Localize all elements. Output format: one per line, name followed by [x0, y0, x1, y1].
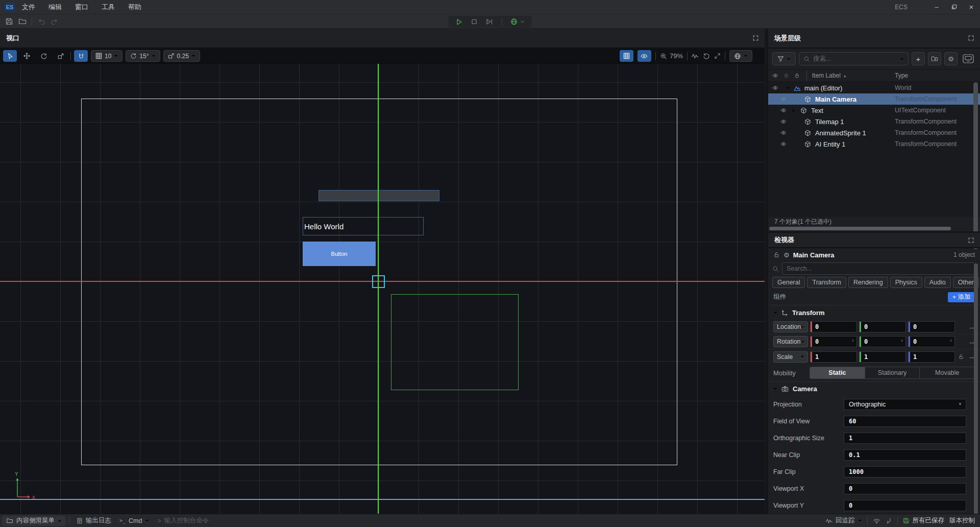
rotation-y-field[interactable]: 0° — [859, 336, 906, 347]
add-folder-button[interactable] — [928, 52, 941, 65]
eye-icon[interactable] — [780, 118, 787, 125]
eye-icon[interactable] — [780, 130, 787, 136]
hierarchy-row-main-camera[interactable]: Main Camera TransformComponent — [768, 93, 980, 105]
transform-section-header[interactable]: Transform — [768, 305, 980, 320]
orthographic-size-field[interactable]: 1 — [844, 433, 966, 444]
viewport-x-field[interactable]: 0 — [844, 483, 966, 494]
tab-physics[interactable]: Physics — [890, 277, 922, 288]
location-dropdown[interactable]: Location — [773, 321, 808, 332]
selection-handle-rect[interactable] — [372, 275, 385, 288]
version-control-button[interactable]: 版本控制 — [949, 516, 975, 525]
undo-icon[interactable] — [37, 17, 45, 26]
wifi-icon[interactable] — [873, 517, 880, 524]
location-z-field[interactable]: 0 — [908, 321, 955, 332]
eye-icon[interactable] — [772, 85, 778, 91]
show-grid-button[interactable] — [620, 50, 633, 62]
hierarchy-row-text[interactable]: Text UITextComponent — [768, 105, 980, 116]
lock-column-icon[interactable] — [794, 73, 800, 79]
collapsed-chevron-icon[interactable] — [793, 108, 795, 112]
viewport-y-field[interactable]: 0 — [844, 500, 966, 511]
grid-snap-dropdown[interactable]: 10 — [91, 50, 122, 62]
scene-canvas[interactable]: Hello World Button Y x — [0, 64, 765, 514]
favorite-column-icon[interactable]: ☆ — [783, 72, 789, 79]
hierarchy-row-tilemap[interactable]: Tilemap 1 TransformComponent — [768, 116, 980, 127]
cmd-dropdown[interactable]: >_ Cmd — [115, 516, 153, 526]
eye-icon[interactable] — [780, 141, 787, 147]
view-mode-dropdown[interactable] — [729, 50, 752, 62]
projection-select[interactable]: Orthographic ▼ — [844, 399, 966, 410]
viewport-expand-icon[interactable] — [753, 35, 758, 41]
camera-section-header[interactable]: Camera — [768, 381, 980, 396]
backtrace-dropdown[interactable]: 回追踪 — [826, 516, 862, 526]
console-command-input[interactable]: > 输入控制台命令 — [153, 516, 213, 526]
rotation-x-field[interactable]: 0° — [810, 336, 857, 347]
item-label-column[interactable]: Item Label — [812, 72, 841, 79]
filter-button[interactable] — [772, 52, 796, 65]
location-y-field[interactable]: 0 — [859, 321, 906, 332]
move-tool-button[interactable] — [20, 50, 34, 62]
redo-icon[interactable] — [51, 17, 59, 26]
hierarchy-row-main[interactable]: main (Editor) World — [768, 82, 980, 93]
add-component-button[interactable]: + 添加 — [948, 292, 975, 302]
hierarchy-row-animatedsprite[interactable]: AnimatedSprite 1 TransformComponent — [768, 127, 980, 138]
hierarchy-expand-icon[interactable] — [968, 35, 974, 41]
unlock-icon[interactable] — [773, 251, 780, 258]
scale-z-field[interactable]: 1 — [908, 351, 955, 363]
snap-tool-button[interactable] — [74, 50, 88, 62]
maximize-button[interactable] — [945, 0, 963, 14]
tab-rendering[interactable]: Rendering — [848, 277, 888, 288]
output-log-button[interactable]: 输出日志 — [72, 516, 115, 526]
save-icon[interactable] — [5, 17, 13, 26]
add-entity-button[interactable]: + — [912, 52, 925, 65]
object-settings-gear-icon[interactable]: ⚙ — [783, 251, 790, 259]
zoom-indicator[interactable]: 79% — [660, 52, 683, 60]
menu-window[interactable]: 窗口 — [68, 0, 95, 14]
scale-y-field[interactable]: 1 — [859, 351, 906, 363]
hierarchy-search[interactable] — [799, 52, 909, 65]
tab-general[interactable]: General — [772, 277, 805, 288]
hierarchy-search-input[interactable] — [813, 55, 897, 62]
near-clip-field[interactable]: 0.1 — [844, 449, 966, 461]
rotation-dropdown[interactable]: Rotation — [773, 336, 808, 347]
inspector-expand-icon[interactable] — [968, 237, 974, 243]
tab-audio[interactable]: Audio — [924, 277, 951, 288]
step-button[interactable] — [486, 18, 494, 25]
rotation-z-field[interactable]: 0° — [908, 336, 955, 347]
reset-view-icon[interactable] — [703, 53, 710, 60]
play-button[interactable] — [456, 18, 463, 26]
fullscreen-icon[interactable] — [714, 53, 721, 59]
mobility-movable[interactable]: Movable — [920, 367, 974, 378]
hierarchy-settings-button[interactable]: ⚙ — [944, 52, 958, 65]
far-clip-field[interactable]: 1000 — [844, 466, 966, 477]
rotate-tool-button[interactable] — [37, 50, 51, 62]
menu-edit[interactable]: 编辑 — [42, 0, 68, 14]
open-folder-icon[interactable] — [18, 17, 27, 26]
location-x-field[interactable]: 0 — [810, 321, 857, 332]
minimize-button[interactable]: – — [928, 0, 945, 14]
inspector-vertical-scrollbar[interactable] — [974, 264, 978, 516]
ui-text-widget[interactable]: Hello World — [303, 217, 424, 235]
mobility-stationary[interactable]: Stationary — [865, 367, 920, 378]
scale-x-field[interactable]: 1 — [810, 351, 857, 363]
tab-transform[interactable]: Transform — [807, 277, 846, 288]
ui-slider-widget[interactable] — [318, 190, 439, 201]
network-globe-button[interactable] — [510, 18, 525, 26]
menu-help[interactable]: 帮助 — [121, 0, 148, 14]
ui-button-widget[interactable]: Button — [303, 242, 376, 266]
type-column[interactable]: Type — [895, 72, 908, 79]
plug-icon[interactable] — [886, 517, 892, 524]
hierarchy-horizontal-scrollbar[interactable] — [768, 226, 980, 231]
rotate-snap-dropdown[interactable]: 15° — [126, 50, 160, 62]
eye-icon[interactable] — [780, 107, 787, 113]
mobility-static[interactable]: Static — [810, 367, 865, 378]
content-drawer-button[interactable]: 内容侧滑菜单 — [2, 516, 66, 526]
scale-dropdown[interactable]: Scale — [773, 351, 808, 363]
stop-button[interactable] — [471, 18, 478, 25]
scale-lock-icon[interactable] — [958, 353, 964, 360]
menu-file[interactable]: 文件 — [15, 0, 42, 14]
close-button[interactable]: × — [963, 0, 980, 14]
hierarchy-vertical-scrollbar[interactable] — [973, 82, 978, 249]
inspector-search-input[interactable] — [787, 265, 971, 272]
select-tool-button[interactable] — [3, 50, 17, 62]
scale-tool-button[interactable] — [54, 50, 67, 62]
